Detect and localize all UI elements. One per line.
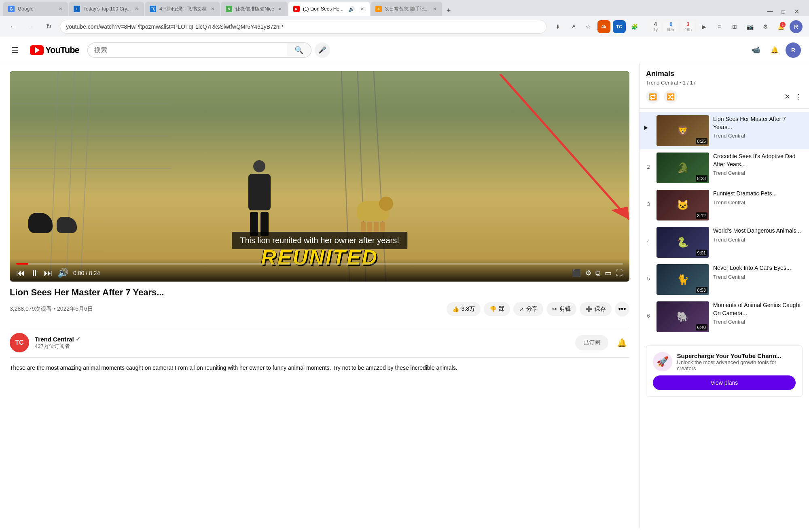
progress-fill — [16, 263, 28, 265]
thumb-2: 🐊 8:23 — [657, 153, 709, 183]
subtitles-button[interactable]: ⬛ — [572, 269, 581, 278]
download-icon[interactable]: ⬇ — [551, 20, 564, 33]
skip-back-button[interactable]: ⏮ — [16, 268, 25, 278]
item-title-5: Never Look Into A Cat's Eyes... — [713, 264, 804, 272]
forward-button[interactable]: → — [24, 20, 37, 33]
play-ext-icon[interactable]: ▶ — [697, 20, 710, 33]
total-time: 8:24 — [89, 270, 100, 276]
controls-row: ⏮ ⏸ ⏭ 🔊 0:00 / 8:24 ⬛ — [16, 268, 623, 278]
item-info-2: Crocodile Sees It's Adoptive Dad After Y… — [713, 153, 804, 176]
video-frame: This lion reunited with her owner after … — [10, 71, 629, 282]
notifications-button[interactable]: 🔔 — [767, 42, 782, 58]
camera-icon[interactable]: 📷 — [743, 20, 756, 33]
close-playlist-button[interactable]: ✕ — [784, 92, 790, 101]
refresh-button[interactable]: ↻ — [42, 20, 55, 33]
ext-puzzle[interactable]: 🧩 — [628, 20, 641, 33]
back-button[interactable]: ← — [6, 20, 19, 33]
save-button[interactable]: ➕ 保存 — [580, 302, 612, 316]
bell-button[interactable]: 🔔 — [614, 335, 629, 350]
tab-label-6: 3.日常备忘-随手记... — [385, 6, 429, 13]
vidiq-cta-button[interactable]: View plans — [653, 375, 796, 390]
mic-button[interactable]: 🎤 — [315, 42, 330, 58]
clip-button[interactable]: ✂ 剪辑 — [546, 302, 576, 316]
item-title-3: Funniest Dramatic Pets... — [713, 190, 804, 198]
item-info-4: World's Most Dangerous Animals... Trend … — [713, 227, 804, 243]
ext-blue[interactable]: TC — [613, 20, 626, 33]
channel-avatar: TC — [10, 333, 29, 352]
tab-close-6[interactable]: ✕ — [432, 6, 437, 13]
ext-orange[interactable]: 4k — [597, 20, 610, 33]
playlist-item-5[interactable]: 5 🐈 8:53 Never Look Into A Cat's Eyes...… — [640, 261, 809, 298]
settings-button[interactable]: ⚙ — [585, 269, 591, 278]
bookmark-icon[interactable]: ☆ — [582, 20, 595, 33]
share-button[interactable]: ↗ 分享 — [513, 302, 543, 316]
search-button[interactable]: 🔍 — [287, 42, 311, 58]
playlist-item-3[interactable]: 3 🐱 8:12 Funniest Dramatic Pets... Trend… — [640, 187, 809, 224]
notification-icon[interactable]: 🔔 1 — [774, 20, 787, 33]
url-bar[interactable]: youtube.com/watch?v=8HwPltpozmw&list=PLO… — [60, 20, 546, 34]
tab-google[interactable]: G Google ✕ — [3, 2, 68, 16]
grid-ext-icon[interactable]: ⊞ — [728, 20, 741, 33]
thumb-duration-5: 8:53 — [696, 287, 707, 293]
settings-icon[interactable]: ⚙ — [759, 20, 772, 33]
user-avatar[interactable]: R — [786, 42, 801, 58]
playlist-title: Animals — [646, 70, 803, 78]
vidiq-header: 🚀 Supercharge Your YouTube Chann... Unlo… — [653, 352, 796, 371]
volume-button[interactable]: 🔊 — [57, 268, 68, 278]
tab-3[interactable]: 飞 4.时间记录 - 飞书文档 ✕ — [145, 2, 220, 16]
theater-button[interactable]: ▭ — [605, 269, 612, 278]
tab-close-2[interactable]: ✕ — [134, 6, 139, 13]
playlist-item-2[interactable]: 2 🐊 8:23 Crocodile Sees It's Adoptive Da… — [640, 149, 809, 187]
url-text: youtube.com/watch?v=8HwPltpozmw&list=PLO… — [66, 23, 283, 30]
tab-youtube-active[interactable]: ▶ (1) Lion Sees He... 🔊 ✕ — [288, 2, 370, 16]
search-input[interactable] — [87, 42, 287, 58]
play-pause-button[interactable]: ⏸ — [30, 268, 39, 278]
like-button[interactable]: 👍 3.8万 — [447, 302, 481, 316]
tab-2[interactable]: T Today's Top 100 Cry... ✕ — [69, 2, 144, 16]
playlist-list: ▶ 🦁 8:25 Lion Sees Her Master After 7 Ye… — [640, 109, 809, 339]
tab-6[interactable]: 3 3.日常备忘-随手记... ✕ — [371, 2, 442, 16]
item-channel-5: Trend Central — [713, 274, 804, 280]
youtube-container: ☰ YouTube 🔍 🎤 📹 🔔 R — [0, 37, 809, 528]
tab-close-4[interactable]: ✕ — [277, 6, 283, 13]
playlist-item-4[interactable]: 4 🐍 9:01 World's Most Dangerous Animals.… — [640, 224, 809, 261]
share-icon[interactable]: ↗ — [567, 20, 580, 33]
playlist-item-6[interactable]: 6 🐘 6:40 Moments of Animal Genius Caught… — [640, 298, 809, 335]
hamburger-menu[interactable]: ☰ — [8, 42, 22, 58]
item-info-5: Never Look Into A Cat's Eyes... Trend Ce… — [713, 264, 804, 280]
like-count: 3.8万 — [462, 305, 475, 313]
tab-favicon-3: 飞 — [150, 6, 156, 12]
fullscreen-button[interactable]: ⛶ — [616, 269, 623, 278]
video-player[interactable]: This lion reunited with her owner after … — [10, 71, 629, 282]
dark-animals — [28, 213, 77, 233]
maximize-button[interactable]: □ — [779, 8, 788, 15]
tab-close-google[interactable]: ✕ — [58, 6, 63, 13]
miniplayer-button[interactable]: ⧉ — [595, 269, 601, 278]
share-icon: ↗ — [519, 306, 524, 312]
tab-close-yt[interactable]: ✕ — [360, 6, 365, 13]
tab-close-3[interactable]: ✕ — [210, 6, 215, 13]
loop-button[interactable]: 🔁 — [646, 90, 660, 104]
playlist-item-1[interactable]: ▶ 🦁 8:25 Lion Sees Her Master After 7 Ye… — [640, 112, 809, 149]
minimize-button[interactable]: ─ — [764, 7, 776, 16]
subscribe-button[interactable]: 已订阅 — [575, 335, 608, 350]
play-indicator-1 — [644, 126, 648, 130]
skip-forward-button[interactable]: ⏭ — [44, 268, 53, 278]
item-info-1: Lion Sees Her Master After 7 Years... Tr… — [713, 115, 804, 139]
address-bar: ← → ↻ youtube.com/watch?v=8HwPltpozmw&li… — [0, 16, 809, 37]
close-button[interactable]: ✕ — [791, 8, 803, 15]
youtube-logo[interactable]: YouTube — [30, 45, 79, 55]
shuffle-button[interactable]: 🔀 — [664, 90, 678, 104]
new-tab-button[interactable]: + — [443, 5, 454, 16]
tab-4[interactable]: N 让微信排版变Nice ✕ — [221, 2, 288, 16]
create-button[interactable]: 📹 — [748, 42, 764, 58]
youtube-logo-icon — [30, 45, 44, 55]
video-controls: ⏮ ⏸ ⏭ 🔊 0:00 / 8:24 ⬛ — [10, 259, 629, 282]
item-channel-2: Trend Central — [713, 170, 804, 176]
more-button[interactable]: ••• — [615, 302, 629, 316]
playlist-more-button[interactable]: ⋮ — [794, 92, 803, 102]
progress-bar[interactable] — [16, 263, 623, 265]
list-ext-icon[interactable]: ≡ — [713, 20, 726, 33]
profile-icon[interactable]: R — [790, 20, 803, 33]
dislike-button[interactable]: 👎 踩 — [484, 302, 510, 316]
